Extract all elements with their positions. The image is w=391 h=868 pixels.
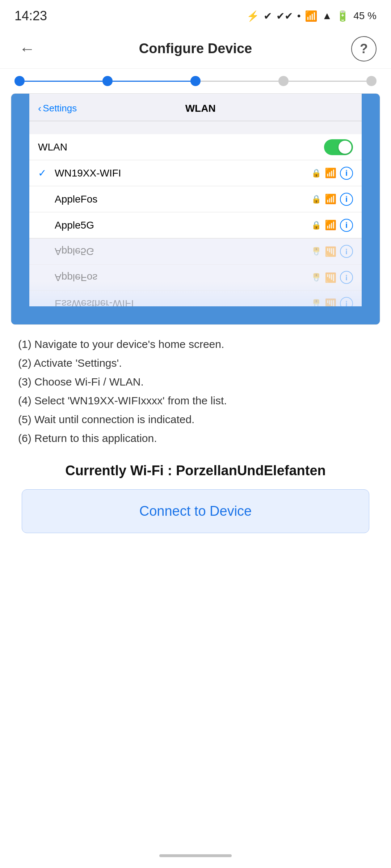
ios-back-arrow-icon: ‹ bbox=[38, 103, 41, 114]
wifi-name-1: AppleFos bbox=[55, 193, 311, 205]
current-wifi-section: Currently Wi-Fi : PorzellanUndElefanten bbox=[0, 452, 391, 486]
signal-icon: ▲ bbox=[322, 10, 332, 22]
wifi-status-icon: 📶 bbox=[305, 10, 318, 22]
wifi-signal-faded-1: 📶 bbox=[325, 246, 336, 257]
ios-nav-title: WLAN bbox=[48, 103, 353, 114]
wifi-name-faded-1: Apple5G bbox=[55, 246, 311, 258]
instruction-3: (3) Choose Wi-Fi / WLAN. bbox=[18, 373, 373, 391]
wifi-info-btn-1[interactable]: i bbox=[340, 193, 353, 206]
instruction-2: (2) Activate 'Settings'. bbox=[18, 354, 373, 372]
flash-icon: ⚡ bbox=[247, 10, 259, 22]
status-icons: ⚡ ✔ ✔✔ • 📶 ▲ 🔋 45 % bbox=[247, 10, 377, 22]
wlan-toggle-cell: WLAN bbox=[29, 134, 362, 160]
selected-checkmark-icon: ✓ bbox=[38, 167, 49, 179]
checkmark-placeholder-2: ✓ bbox=[38, 219, 49, 231]
lock-icon-1: 🔒 bbox=[311, 195, 321, 204]
wlan-toggle[interactable] bbox=[324, 139, 353, 155]
help-icon: ? bbox=[360, 41, 368, 56]
wifi-name-0: WN19XX-WIFI bbox=[55, 167, 311, 179]
app-header: ← Configure Device ? bbox=[0, 29, 391, 69]
instruction-5: (5) Wait until connection is indicated. bbox=[18, 411, 373, 428]
step-4 bbox=[278, 76, 289, 86]
instruction-1: (1) Navigate to your device's home scree… bbox=[18, 336, 373, 353]
checkmark-placeholder-1: ✓ bbox=[38, 193, 49, 205]
wifi-icons-1: 🔒 📶 i bbox=[311, 193, 353, 206]
back-button[interactable]: ← bbox=[14, 36, 40, 61]
progress-steps bbox=[0, 69, 391, 93]
step-line-1 bbox=[25, 81, 102, 82]
wifi-icons-faded-1: 🔒 📶 ! bbox=[311, 245, 353, 258]
step-line-3 bbox=[201, 81, 278, 82]
battery-percent: 45 % bbox=[353, 10, 377, 22]
wifi-signal-icon-2: 📶 bbox=[325, 220, 336, 231]
wlan-label: WLAN bbox=[38, 141, 324, 153]
ios-screenshot: ‹ Settings WLAN WLAN ✓ WN19XX-WIFI 🔒 bbox=[11, 93, 380, 325]
wifi-row-1: ✓ AppleFos 🔒 📶 i bbox=[29, 186, 362, 212]
step-3 bbox=[190, 76, 201, 86]
blue-sidebar-left bbox=[11, 94, 29, 324]
home-bar bbox=[159, 854, 232, 857]
status-bar: 14:23 ⚡ ✔ ✔✔ • 📶 ▲ 🔋 45 % bbox=[0, 0, 391, 29]
wifi-icons-0: 🔒 📶 i bbox=[311, 167, 353, 180]
blue-sidebar-right bbox=[362, 94, 380, 324]
step-line-2 bbox=[113, 81, 190, 82]
wifi-signal-icon-0: 📶 bbox=[325, 167, 336, 179]
back-arrow-icon: ← bbox=[19, 40, 35, 58]
lock-icon-faded-1: 🔒 bbox=[311, 247, 321, 256]
wifi-row-faded-1: ✓ Apple5G 🔒 📶 ! bbox=[29, 238, 362, 264]
wifi-signal-icon-1: 📶 bbox=[325, 193, 336, 205]
instructions-section: (1) Navigate to your device's home scree… bbox=[0, 325, 391, 452]
page-title: Configure Device bbox=[139, 41, 252, 56]
wifi-name-2: Apple5G bbox=[55, 220, 311, 231]
status-time: 14:23 bbox=[14, 8, 47, 24]
lock-icon-0: 🔒 bbox=[311, 169, 321, 178]
help-button[interactable]: ? bbox=[351, 36, 377, 61]
wifi-row-2: ✓ Apple5G 🔒 📶 i bbox=[29, 212, 362, 238]
wlan-toggle-thumb bbox=[339, 141, 352, 154]
wifi-info-btn-0[interactable]: i bbox=[340, 167, 353, 180]
wifi-row-selected: ✓ WN19XX-WIFI 🔒 📶 i bbox=[29, 160, 362, 186]
step-line-4 bbox=[289, 81, 366, 82]
wifi-icons-2: 🔒 📶 i bbox=[311, 219, 353, 232]
step-5 bbox=[366, 76, 377, 86]
ios-nav-bar: ‹ Settings WLAN bbox=[29, 94, 362, 121]
current-wifi-text: Currently Wi-Fi : PorzellanUndElefanten bbox=[65, 463, 326, 478]
wifi-info-btn-2[interactable]: i bbox=[340, 219, 353, 232]
battery-icon: 🔋 bbox=[336, 10, 349, 22]
step-2 bbox=[102, 76, 113, 86]
connect-to-device-button[interactable]: Connect to Device bbox=[22, 489, 369, 533]
blue-strip-bottom bbox=[11, 306, 380, 324]
instruction-6: (6) Return to this application. bbox=[18, 430, 373, 447]
dot-icon: • bbox=[297, 10, 301, 22]
step-1 bbox=[14, 76, 25, 86]
lock-icon-2: 🔒 bbox=[311, 221, 321, 230]
check-icon-2: ✔✔ bbox=[276, 10, 293, 22]
instruction-4: (4) Select 'WN19XX-WIFIxxxx' from the li… bbox=[18, 392, 373, 409]
ios-section-blank bbox=[29, 121, 362, 134]
connect-btn-wrap: Connect to Device bbox=[0, 486, 391, 548]
wifi-info-faded-1: ! bbox=[340, 245, 353, 258]
check-icon-1: ✔ bbox=[264, 10, 272, 22]
bottom-spacer bbox=[0, 548, 391, 801]
